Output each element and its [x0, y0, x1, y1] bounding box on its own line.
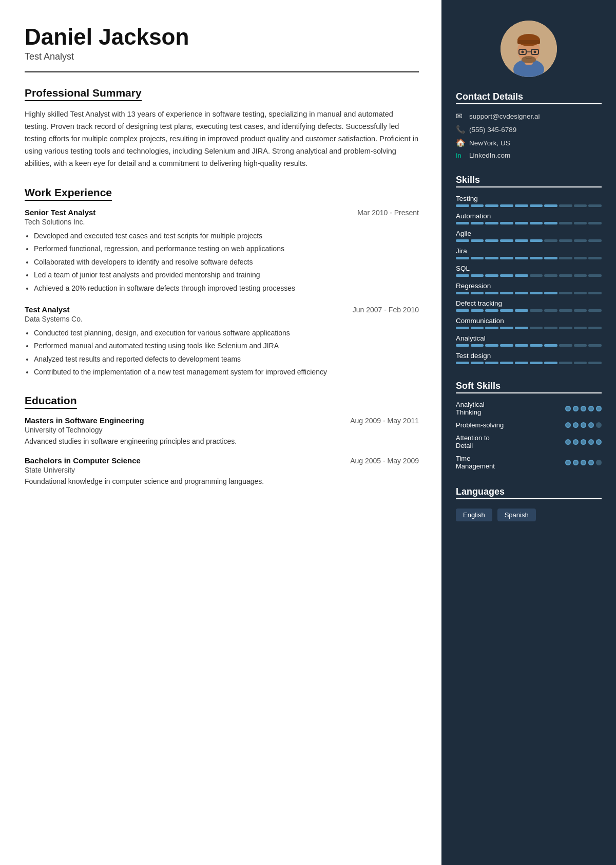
skill-item: Agile	[456, 230, 602, 242]
skill-bar	[456, 204, 602, 207]
skill-bar	[456, 309, 602, 312]
location-icon: 🏠	[456, 138, 465, 147]
degree-1: Masters in Software Engineering Aug 2009…	[25, 416, 419, 447]
job-2-header: Test Analyst Jun 2007 - Feb 2010	[25, 305, 419, 314]
bullet: Contributed to the implementation of a n…	[34, 366, 419, 378]
soft-skills-section: Soft Skills Analytical ThinkingProblem-s…	[456, 381, 602, 475]
bullet: Led a team of junior test analysts and p…	[34, 269, 419, 280]
degree-1-desc: Advanced studies in software engineering…	[25, 436, 419, 447]
degree-1-name: Masters in Software Engineering	[25, 416, 144, 425]
job-2-bullets: Conducted test planning, design, and exe…	[34, 327, 419, 378]
work-experience-title: Work Experience	[25, 186, 112, 201]
job-2-company: Data Systems Co.	[25, 315, 419, 323]
soft-skill-dots	[565, 422, 602, 428]
bullet: Performed functional, regression, and pe…	[34, 243, 419, 254]
job-1-bullets: Developed and executed test cases and te…	[34, 230, 419, 294]
job-2: Test Analyst Jun 2007 - Feb 2010 Data Sy…	[25, 305, 419, 378]
skill-item: Testing	[456, 195, 602, 207]
soft-skill-item: Problem-solving	[456, 421, 602, 429]
job-1-date: Mar 2010 - Present	[357, 209, 419, 217]
skill-name: Test design	[456, 352, 602, 360]
phone-value: (555) 345-6789	[469, 126, 516, 134]
skill-bar	[456, 362, 602, 364]
header-divider	[25, 71, 419, 72]
soft-skill-dots	[565, 439, 602, 445]
degree-2-header: Bachelors in Computer Science Aug 2005 -…	[25, 456, 419, 465]
job-2-date: Jun 2007 - Feb 2010	[353, 306, 419, 314]
svg-point-10	[534, 51, 536, 53]
degree-2-date: Aug 2005 - May 2009	[350, 457, 419, 465]
job-2-title: Test Analyst	[25, 305, 70, 314]
skill-name: Communication	[456, 317, 602, 325]
soft-skills-title: Soft Skills	[456, 381, 602, 393]
svg-rect-5	[517, 40, 540, 44]
soft-skill-dots	[565, 406, 602, 411]
soft-skill-name: Analytical Thinking	[456, 401, 565, 416]
skill-item: Analytical	[456, 334, 602, 347]
summary-text: Highly skilled Test Analyst with 13 year…	[25, 108, 419, 170]
soft-skill-dots	[565, 460, 602, 465]
linkedin-value: LinkedIn.com	[469, 152, 510, 159]
degree-2-name: Bachelors in Computer Science	[25, 456, 141, 465]
bullet: Performed manual and automated testing u…	[34, 340, 419, 351]
skill-bar	[456, 239, 602, 242]
soft-skill-item: Analytical Thinking	[456, 401, 602, 416]
contact-location: 🏠 NewYork, US	[456, 138, 602, 147]
degree-2: Bachelors in Computer Science Aug 2005 -…	[25, 456, 419, 487]
bullet: Analyzed test results and reported defec…	[34, 353, 419, 365]
skill-name: SQL	[456, 265, 602, 272]
languages-section: Languages English Spanish	[456, 486, 602, 521]
language-spanish: Spanish	[497, 509, 536, 521]
skills-title: Skills	[456, 175, 602, 187]
job-1: Senior Test Analyst Mar 2010 - Present T…	[25, 208, 419, 294]
contact-section: Contact Details ✉ support@cvdesigner.ai …	[456, 91, 602, 163]
soft-skills-list: Analytical ThinkingProblem-solvingAttent…	[456, 401, 602, 470]
languages-title: Languages	[456, 486, 602, 499]
avatar	[500, 21, 557, 77]
svg-point-11	[522, 56, 536, 63]
right-panel: Contact Details ✉ support@cvdesigner.ai …	[441, 0, 616, 865]
contact-title: Contact Details	[456, 91, 602, 104]
skill-name: Testing	[456, 195, 602, 202]
contact-phone: 📞 (555) 345-6789	[456, 125, 602, 134]
email-value: support@cvdesigner.ai	[469, 112, 540, 120]
language-tags: English Spanish	[456, 509, 602, 521]
skill-item: Jira	[456, 247, 602, 259]
skill-item: Test design	[456, 352, 602, 364]
skills-list: TestingAutomationAgileJiraSQLRegressionD…	[456, 195, 602, 364]
skill-item: Defect tracking	[456, 299, 602, 312]
bullet: Achieved a 20% reduction in software def…	[34, 283, 419, 294]
skill-name: Regression	[456, 282, 602, 290]
degree-2-school: State University	[25, 466, 419, 474]
skill-item: SQL	[456, 265, 602, 277]
skill-item: Automation	[456, 212, 602, 224]
soft-skill-name: Problem-solving	[456, 421, 565, 429]
skill-name: Automation	[456, 212, 602, 220]
degree-1-school: University of Technology	[25, 426, 419, 434]
skill-name: Analytical	[456, 334, 602, 342]
bullet: Collaborated with developers to identify…	[34, 256, 419, 268]
linkedin-icon: in	[456, 152, 465, 159]
soft-skill-item: Attention to Detail	[456, 434, 602, 449]
contact-linkedin: in LinkedIn.com	[456, 152, 602, 159]
soft-skill-item: Time Management	[456, 455, 602, 470]
job-1-title: Senior Test Analyst	[25, 208, 95, 217]
degree-1-header: Masters in Software Engineering Aug 2009…	[25, 416, 419, 425]
skills-section: Skills TestingAutomationAgileJiraSQLRegr…	[456, 175, 602, 369]
job-1-header: Senior Test Analyst Mar 2010 - Present	[25, 208, 419, 217]
location-value: NewYork, US	[469, 139, 510, 147]
summary-section: Professional Summary Highly skilled Test…	[25, 87, 419, 170]
soft-skill-name: Time Management	[456, 455, 565, 470]
skill-bar	[456, 344, 602, 347]
soft-skill-name: Attention to Detail	[456, 434, 565, 449]
education-section: Education Masters in Software Engineerin…	[25, 394, 419, 487]
job-1-company: Tech Solutions Inc.	[25, 218, 419, 226]
degree-1-date: Aug 2009 - May 2011	[350, 417, 419, 425]
education-title: Education	[25, 394, 77, 409]
skill-bar	[456, 327, 602, 329]
email-icon: ✉	[456, 111, 465, 121]
left-panel: Daniel Jackson Test Analyst Professional…	[0, 0, 441, 865]
skill-item: Communication	[456, 317, 602, 329]
bullet: Conducted test planning, design, and exe…	[34, 327, 419, 339]
summary-title: Professional Summary	[25, 87, 142, 101]
